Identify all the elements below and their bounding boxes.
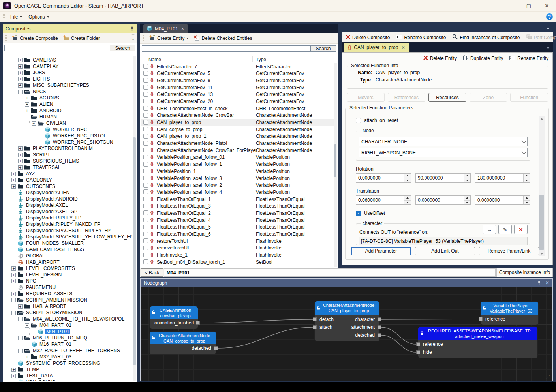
entity-row[interactable]: {}SetBool_m04_DISallow_torch_1SetBool (141, 259, 337, 266)
entity-row[interactable]: {}VariablePosition_axel_follow_2Variable… (141, 182, 337, 189)
nodegraph-canvas[interactable]: ⋰ CAGEAnimationcrowbar_pickupanimation_f… (141, 287, 552, 381)
node-header[interactable]: CAGEAnimationcrowbar_pickup (150, 306, 198, 319)
add-link-out-button[interactable]: Add Link Out (415, 247, 475, 255)
rotation-0-input[interactable]: 0.0000000 (356, 173, 411, 183)
spin-up-icon[interactable] (524, 196, 530, 201)
entity-row[interactable]: {}restoreTorchUIFlashInvoke (141, 238, 337, 245)
output-pin[interactable] (214, 346, 218, 350)
rename-composite-button[interactable]: Rename Composite (394, 34, 448, 41)
entity-checkbox[interactable] (143, 78, 148, 83)
entity-checkbox[interactable] (143, 169, 148, 173)
tree-item[interactable]: +M32_PART_03 (3, 354, 132, 360)
output-pin[interactable] (196, 321, 200, 325)
rename-entity-button[interactable]: Rename Entity (509, 55, 548, 62)
entity-row[interactable]: {}CAN_corpse_to_propCharacterAttachmentN… (141, 126, 337, 133)
rotation-2-input[interactable]: 180.0000000 (475, 173, 530, 183)
create-composite-button[interactable]: Create Composite (9, 34, 60, 43)
entity-checkbox[interactable] (143, 71, 148, 76)
entity-row[interactable]: {}CharacterAttachmentNode_CrowBarCharact… (141, 112, 337, 119)
entity-row[interactable]: {}FloatLessThanOrEqual_1FloatLessThanOrE… (141, 196, 337, 203)
tree-item[interactable]: +TRAVERSAL (3, 164, 132, 171)
close-icon[interactable]: ✕ (545, 280, 549, 286)
tree-item[interactable]: +LIGHTS (3, 76, 132, 82)
tree-item[interactable]: DisplayModel:SPACESUIT_RIPLEY_FP (3, 227, 132, 234)
delete-entity-button[interactable]: Delete Entity (423, 55, 457, 62)
edit-link-button[interactable]: ✎ (498, 225, 512, 234)
entity-row[interactable]: {}removeTorchUIFlashInvoke (141, 245, 337, 252)
composite-path-field[interactable]: M04_PT01 (164, 268, 496, 277)
entity-checkbox[interactable] (143, 210, 148, 215)
tree-item[interactable]: −M04_WELCOME_TO_THE_SEVASTOPOL (3, 316, 132, 322)
tree-item[interactable]: +LEVEL_DESIGN (3, 272, 132, 278)
node-crowbar_pickup[interactable]: CAGEAnimationcrowbar_pickupanimation_fin… (150, 306, 198, 329)
parameters-scrollbar[interactable] (539, 116, 545, 256)
entity-checkbox[interactable] (143, 141, 148, 146)
expand-icon[interactable]: + (11, 374, 16, 378)
expand-icon[interactable]: + (25, 96, 29, 100)
tree-item[interactable]: DisplayModel:RIPLEY_FP (3, 215, 132, 221)
expand-icon[interactable]: + (11, 184, 16, 189)
expand-icon[interactable]: + (18, 146, 23, 151)
composite-instance-info-button[interactable]: Composite Instance Info (496, 268, 553, 277)
expand-icon[interactable]: + (25, 102, 29, 107)
menu-file[interactable]: File (7, 13, 25, 21)
expand-icon[interactable]: + (18, 159, 23, 163)
entity-checkbox[interactable] (143, 218, 148, 222)
tree-item[interactable]: −HUMAN (3, 114, 132, 120)
entity-checkbox[interactable] (143, 113, 148, 118)
tree-item[interactable]: −M04_PART_01 (3, 322, 132, 328)
entity-scrollbar-thumb[interactable] (334, 144, 336, 177)
maximize-button[interactable]: ▢ (520, 0, 538, 12)
pin-icon[interactable] (537, 281, 541, 285)
tree-item[interactable]: WORKER_NPC_SHOTGUN (3, 139, 132, 145)
collapse-icon[interactable]: − (18, 349, 23, 353)
input-pin[interactable] (479, 317, 483, 321)
tab-close-icon[interactable]: ✕ (401, 45, 405, 50)
tree-item[interactable]: WORKER_NPC_PISTOL (3, 133, 132, 139)
entity-row[interactable]: {}VariablePosition_1VariablePosition (141, 168, 337, 175)
tree-item[interactable]: +MISC_SUBARCHETYPES (3, 82, 132, 88)
entity-scrollbar[interactable] (334, 63, 337, 267)
entity-row[interactable]: {}GetCurrentCameraFov_9GetCurrentCameraF… (141, 77, 337, 84)
scroll-down-icon[interactable] (539, 251, 545, 256)
delete-composite-button[interactable]: Delete Composite (343, 34, 392, 41)
entity-checkbox[interactable] (143, 85, 148, 90)
node-attached_melee_weapon[interactable]: REQUIRED_ASSETS\WEAPONS\MELEE\BASE_TPatt… (418, 327, 537, 358)
tab-resources[interactable]: Resources (428, 93, 466, 102)
entity-row[interactable]: {}FloatLessThanOrEqual_4FloatLessThanOrE… (141, 217, 337, 224)
expand-icon[interactable]: + (18, 77, 23, 81)
entity-row[interactable]: {}CharacterAttachmentNode_CrowBar_ForPla… (141, 147, 337, 154)
close-button[interactable]: ✕ (538, 0, 556, 12)
spin-up-icon[interactable] (524, 174, 530, 178)
tree-item[interactable]: GLOBAL (3, 253, 132, 259)
spin-up-icon[interactable] (404, 174, 411, 178)
spinner[interactable] (523, 174, 530, 182)
tab-close-icon[interactable]: ✕ (181, 26, 184, 32)
tree-item[interactable]: +LEVEL_COMPOSITES (3, 265, 132, 272)
tree-item[interactable]: −SCRIPT_STORYMISSION (3, 309, 132, 316)
entity-checkbox[interactable] (143, 127, 148, 131)
tree-item[interactable]: +HAB_AIRPORT (3, 303, 132, 309)
translation-2-input[interactable]: 0.0000000 (475, 195, 530, 205)
create-folder-button[interactable]: Create Folder (60, 34, 102, 43)
expand-icon[interactable]: + (18, 83, 23, 88)
find-instances-button[interactable]: Find Instances of Composite (450, 33, 522, 42)
spin-up-icon[interactable] (464, 174, 470, 178)
scroll-up-icon[interactable] (539, 116, 545, 122)
tree-item[interactable]: +TEST_DATA (3, 373, 132, 379)
entity-checkbox[interactable] (143, 225, 148, 229)
tree-item[interactable]: DisplayModel:ANDROID (3, 196, 132, 202)
tab-function[interactable]: Function (510, 93, 548, 102)
tree-item[interactable]: +CAGEONLY (3, 177, 132, 183)
collapse-icon[interactable]: − (11, 311, 16, 315)
link-target-field[interactable]: [7A-D7-CB-8C] VariableThePlayer_53 (Vari… (359, 237, 528, 245)
menu-options[interactable]: Options (25, 13, 52, 21)
input-pin[interactable] (313, 325, 317, 329)
tab-m04-pt01[interactable]: M04_PT01 ✕ (143, 24, 188, 33)
node-header[interactable]: VariableThePlayerVariableThePlayer_53 (481, 302, 538, 315)
entity-row[interactable]: {}GetCurrentCameraFov_13GetCurrentCamera… (141, 91, 337, 98)
input-pin[interactable] (416, 342, 420, 346)
tree-item[interactable]: +PLAYERCONTROLEDANIM (3, 145, 132, 152)
tree-item[interactable]: M04_PT01 (3, 328, 132, 335)
duplicate-entity-button[interactable]: Duplicate Entity (463, 55, 503, 62)
